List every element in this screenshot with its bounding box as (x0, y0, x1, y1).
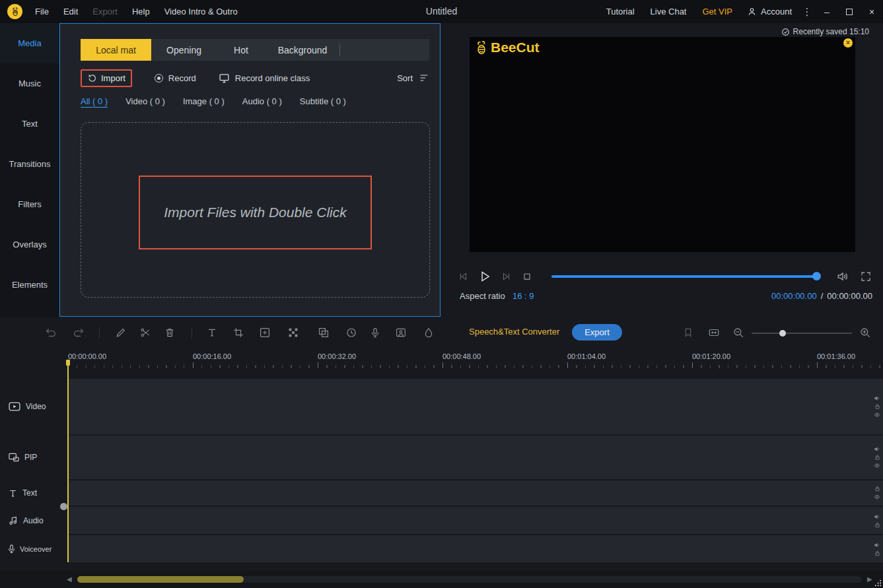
scroll-left-button[interactable]: ◀ (67, 575, 72, 583)
tab-local-material[interactable]: Local mat (81, 39, 151, 61)
record-online-class-button[interactable]: Record online class (219, 73, 310, 84)
watermark-close-button[interactable]: × (843, 38, 853, 48)
account-button[interactable]: Account (740, 7, 798, 16)
zoom-out-button[interactable] (732, 327, 744, 339)
timeline-zoom-handle[interactable] (779, 330, 786, 337)
stop-button[interactable] (522, 272, 532, 282)
voiceover-track-lane[interactable] (68, 535, 883, 562)
import-button[interactable]: Import (81, 69, 132, 87)
undo-icon (45, 326, 57, 339)
freeze-frame-button[interactable] (396, 327, 407, 338)
lock-icon[interactable] (874, 550, 880, 556)
tab-hot[interactable]: Hot (217, 39, 265, 61)
menu-help[interactable]: Help (125, 0, 157, 23)
record-voiceover-button[interactable] (370, 327, 381, 338)
delete-button[interactable] (164, 327, 176, 338)
filter-all[interactable]: All ( 0 ) (81, 96, 108, 106)
speech-text-converter-link[interactable]: Speech&Text Converter (469, 327, 559, 337)
tab-background[interactable]: Background (265, 39, 339, 61)
menu-edit[interactable]: Edit (56, 0, 85, 23)
lock-icon[interactable] (874, 486, 880, 492)
app-logo-icon[interactable] (7, 4, 22, 19)
mute-icon[interactable] (874, 542, 880, 548)
filter-subtitle[interactable]: Subtitle ( 0 ) (300, 96, 346, 106)
mosaic-button[interactable] (288, 327, 299, 338)
marker-button[interactable] (683, 327, 693, 338)
visibility-icon[interactable] (874, 412, 880, 418)
visibility-icon[interactable] (874, 463, 880, 469)
sidebar-item-text[interactable]: Text (0, 104, 59, 144)
mute-icon[interactable] (874, 395, 880, 402)
resize-grip-icon[interactable] (874, 579, 882, 587)
seek-handle[interactable] (812, 272, 821, 280)
scrollbar-thumb[interactable] (77, 576, 244, 583)
audio-track-lane[interactable] (68, 507, 883, 534)
voiceover-track-head[interactable]: Voiceover (0, 535, 68, 562)
zoom-in-button[interactable] (859, 327, 871, 339)
sidebar-item-music[interactable]: Music (0, 63, 59, 104)
minimize-button[interactable]: – (816, 0, 838, 23)
next-frame-button[interactable] (501, 271, 512, 282)
close-button[interactable]: × (861, 0, 883, 23)
filter-image[interactable]: Image ( 0 ) (183, 96, 225, 106)
text-tool-button[interactable] (207, 327, 218, 338)
pip-track-lane[interactable] (68, 436, 883, 479)
export-button[interactable]: Export (572, 324, 622, 341)
zoom-tool-button[interactable] (260, 327, 271, 338)
video-track-lane[interactable] (68, 379, 883, 434)
previous-frame-button[interactable] (458, 271, 470, 282)
overlay-frame-icon (318, 327, 330, 338)
redo-button[interactable] (73, 326, 85, 339)
chroma-key-button[interactable] (423, 327, 435, 338)
timeline-zoom-slider[interactable] (752, 333, 852, 334)
get-vip-link[interactable]: Get VIP (694, 7, 740, 16)
sort-button[interactable]: Sort (397, 73, 429, 83)
mute-icon[interactable] (874, 446, 880, 453)
sidebar-item-filters[interactable]: Filters (0, 184, 59, 224)
sidebar-item-overlays[interactable]: Overlays (0, 224, 59, 265)
aspect-ratio-value[interactable]: 16 : 9 (512, 291, 534, 301)
undo-button[interactable] (45, 326, 57, 339)
sidebar-item-transitions[interactable]: Transitions (0, 144, 59, 184)
scrollbar-track[interactable] (77, 576, 862, 583)
crop-button[interactable] (233, 327, 244, 338)
scroll-right-button[interactable]: ▶ (867, 575, 872, 583)
pip-track-head[interactable]: PIP (0, 436, 68, 479)
menu-file[interactable]: File (28, 0, 56, 23)
fullscreen-button[interactable] (860, 271, 872, 282)
lock-icon[interactable] (874, 404, 880, 410)
import-dropzone[interactable]: Import Files with Double Click (81, 122, 430, 298)
edit-clip-button[interactable] (116, 327, 127, 338)
tab-opening[interactable]: Opening (151, 39, 217, 61)
filter-audio[interactable]: Audio ( 0 ) (242, 96, 282, 106)
timeline-scrollbar: ◀ ▶ (0, 571, 883, 588)
fit-timeline-button[interactable] (708, 327, 720, 339)
audio-track-head[interactable]: Audio (0, 507, 68, 534)
filter-video[interactable]: Video ( 0 ) (125, 96, 165, 106)
sidebar-item-media[interactable]: Media (0, 23, 59, 63)
menu-video-intro-outro[interactable]: Video Intro & Outro (157, 0, 245, 23)
maximize-button[interactable] (838, 0, 861, 23)
play-button[interactable] (478, 270, 492, 284)
lock-icon[interactable] (874, 522, 880, 528)
more-menu-button[interactable]: ⋮ (798, 6, 816, 18)
dropzone-highlight-box: Import Files with Double Click (139, 176, 372, 249)
visibility-icon[interactable] (874, 494, 880, 500)
tutorial-link[interactable]: Tutorial (598, 7, 643, 16)
overlay-button[interactable] (318, 327, 330, 338)
volume-button[interactable] (836, 270, 849, 283)
speed-button[interactable] (346, 327, 357, 338)
live-chat-link[interactable]: Live Chat (643, 7, 695, 16)
mute-icon[interactable] (874, 513, 880, 520)
seek-slider[interactable] (551, 275, 819, 278)
playhead[interactable] (67, 360, 69, 562)
timeline-ruler[interactable]: 00:00:00.00 00:00:16.00 00:00:32.00 00:0… (0, 348, 883, 368)
video-track-head[interactable]: Video (0, 379, 68, 434)
split-button[interactable] (140, 327, 151, 338)
lock-icon[interactable] (874, 455, 880, 461)
text-track-lane[interactable] (68, 480, 883, 506)
sidebar-item-elements[interactable]: Elements (0, 265, 59, 305)
text-track-head[interactable]: Text (0, 480, 68, 506)
audio-volume-knob[interactable] (60, 503, 67, 510)
record-button[interactable]: Record (155, 73, 196, 83)
